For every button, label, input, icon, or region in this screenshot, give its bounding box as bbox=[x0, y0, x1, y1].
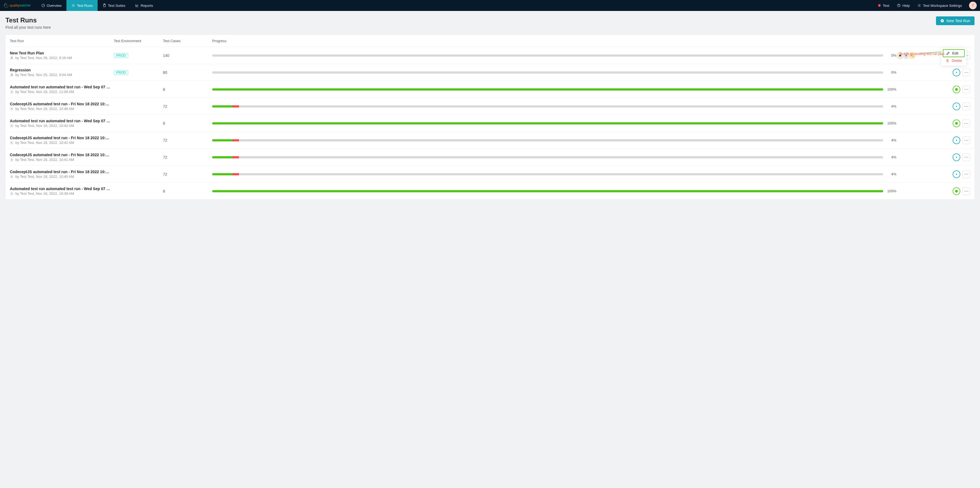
play-button[interactable] bbox=[953, 102, 960, 110]
nav-overview-label: Overview bbox=[47, 3, 62, 8]
svg-point-12 bbox=[11, 73, 13, 75]
progress: 100% bbox=[212, 189, 896, 193]
more-icon bbox=[964, 140, 969, 141]
nav-settings-label: Test Workspace Settings bbox=[923, 3, 962, 8]
run-meta: by Test Test, Nov 18, 2022, 10:38 AM bbox=[10, 191, 114, 196]
svg-point-39 bbox=[964, 174, 965, 174]
gear-icon bbox=[10, 90, 14, 94]
more-icon bbox=[964, 157, 969, 158]
table-row[interactable]: Automated test run automated test run - … bbox=[5, 115, 975, 132]
progress-percent: 4% bbox=[886, 138, 896, 142]
status-complete-button[interactable] bbox=[953, 187, 960, 195]
logo[interactable]: qualitywatcher bbox=[3, 2, 31, 8]
run-meta: by Test Test, Nov 18, 2022, 10:40 AM bbox=[10, 174, 114, 179]
run-name: Regression bbox=[10, 68, 114, 72]
table-header: Test Run Test Environment Test Cases Pro… bbox=[5, 35, 975, 47]
run-name: CodeceptJS automated test run - Fri Nov … bbox=[10, 153, 114, 157]
run-name: Automated test run automated test run - … bbox=[10, 119, 114, 123]
svg-point-40 bbox=[966, 174, 967, 174]
table-row[interactable]: Automated test run automated test run - … bbox=[5, 183, 975, 200]
svg-point-34 bbox=[11, 159, 12, 160]
progress: 4% bbox=[212, 138, 896, 142]
more-button[interactable] bbox=[963, 171, 970, 178]
table-row[interactable]: CodeceptJS automated test run - Fri Nov … bbox=[5, 166, 975, 183]
dot-icon bbox=[953, 86, 960, 93]
gear-icon bbox=[10, 107, 14, 111]
svg-point-46 bbox=[967, 191, 968, 191]
svg-point-30 bbox=[11, 142, 12, 144]
trash-icon bbox=[945, 59, 950, 63]
more-icon bbox=[964, 89, 969, 90]
nav-test-label: Test bbox=[883, 3, 889, 8]
table-row[interactable]: CodeceptJS automated test run - Fri Nov … bbox=[5, 98, 975, 115]
play-button[interactable] bbox=[953, 69, 960, 76]
more-icon bbox=[964, 123, 969, 124]
user-icon bbox=[10, 56, 14, 60]
nav-test-suites[interactable]: Test Suites bbox=[98, 0, 130, 11]
more-button[interactable] bbox=[963, 120, 970, 127]
nav-reports[interactable]: Reports bbox=[130, 0, 158, 11]
svg-point-17 bbox=[955, 88, 958, 91]
dropdown-delete[interactable]: Delete bbox=[943, 57, 965, 64]
more-button[interactable] bbox=[963, 86, 970, 93]
svg-point-27 bbox=[964, 123, 965, 124]
nav-test-runs[interactable]: Test Runs bbox=[67, 0, 98, 11]
cases-count: 6 bbox=[163, 121, 165, 126]
cases-count: 72 bbox=[163, 155, 167, 159]
run-meta: by Test Test, Nov 18, 2022, 10:41 AM bbox=[10, 158, 114, 162]
svg-point-28 bbox=[966, 123, 967, 124]
more-button[interactable] bbox=[963, 102, 970, 110]
new-test-run-button[interactable]: New Test Run bbox=[936, 16, 975, 25]
svg-point-13 bbox=[964, 72, 965, 73]
table-row[interactable]: CodeceptJS automated test run - Fri Nov … bbox=[5, 132, 975, 149]
table-row[interactable]: Automated test run automated test run - … bbox=[5, 81, 975, 98]
play-button[interactable] bbox=[953, 137, 960, 144]
page-header: Test Runs Find all your test runs here N… bbox=[0, 11, 980, 35]
nav-workspace-settings[interactable]: Test Workspace Settings bbox=[914, 3, 965, 8]
user-avatar[interactable]: T bbox=[969, 2, 977, 9]
progress: 0% bbox=[212, 70, 896, 74]
svg-point-22 bbox=[964, 106, 965, 107]
more-button[interactable] bbox=[963, 153, 970, 161]
col-header-cases: Test Cases bbox=[163, 39, 212, 43]
svg-point-16 bbox=[11, 91, 12, 92]
svg-point-1 bbox=[73, 5, 74, 6]
play-button[interactable] bbox=[953, 153, 960, 161]
run-meta: by Test Test, Nov 18, 2022, 10:42 AM bbox=[10, 140, 114, 145]
progress-percent: 4% bbox=[886, 155, 896, 159]
nav-overview[interactable]: Overview bbox=[37, 0, 67, 11]
progress: 0% bbox=[212, 53, 896, 57]
svg-point-37 bbox=[967, 157, 968, 158]
test-runs-table: Test Run Test Environment Test Cases Pro… bbox=[5, 35, 975, 200]
svg-point-33 bbox=[967, 140, 968, 140]
dot-icon bbox=[953, 188, 960, 195]
logo-icon bbox=[3, 2, 9, 8]
run-meta: by Test Test, Nov 25, 2022, 9:04 AM bbox=[10, 73, 114, 77]
svg-point-24 bbox=[967, 106, 968, 107]
progress-percent: 4% bbox=[886, 172, 896, 176]
svg-point-29 bbox=[967, 123, 968, 124]
more-button[interactable] bbox=[963, 187, 970, 195]
more-button[interactable] bbox=[963, 69, 970, 76]
table-row[interactable]: Regressionby Test Test, Nov 25, 2022, 9:… bbox=[5, 64, 975, 81]
nav-test-badge[interactable]: Test bbox=[874, 3, 893, 8]
table-row[interactable]: New Test Run Planby Test Test, Nov 28, 2… bbox=[5, 47, 975, 64]
run-name: New Test Run Plan bbox=[10, 51, 114, 55]
svg-point-11 bbox=[967, 55, 968, 56]
annotation-text: To edit an existing test run plan bbox=[899, 52, 945, 56]
page-title: Test Runs bbox=[5, 16, 51, 24]
chart-icon bbox=[135, 3, 139, 7]
svg-point-14 bbox=[966, 72, 967, 73]
progress: 4% bbox=[212, 172, 896, 176]
more-button[interactable] bbox=[963, 137, 970, 144]
table-row[interactable]: CodeceptJS automated test run - Fri Nov … bbox=[5, 149, 975, 166]
play-button[interactable] bbox=[953, 171, 960, 178]
user-icon bbox=[10, 73, 14, 77]
gear-icon bbox=[72, 3, 75, 7]
status-complete-button[interactable] bbox=[953, 86, 960, 93]
dropdown-edit[interactable]: Edit bbox=[943, 49, 965, 57]
nav-help[interactable]: Help bbox=[894, 3, 913, 8]
col-header-progress: Progress bbox=[212, 39, 896, 43]
status-complete-button[interactable] bbox=[953, 120, 960, 127]
svg-point-19 bbox=[966, 89, 967, 90]
